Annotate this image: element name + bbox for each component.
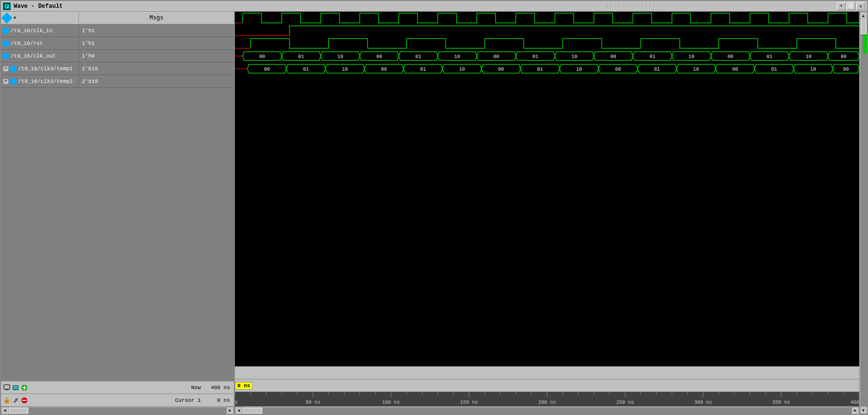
signal-row-temp1[interactable]: + /t9_16/clk3/temp1 2'b10: [1, 62, 234, 75]
add-icon[interactable]: [20, 384, 28, 392]
expand-temp2-button[interactable]: +: [3, 79, 9, 84]
signal-icon-temp1: [9, 64, 18, 73]
left-panel: ▼ Msgs /t9_16/clk_in 1'h1: [1, 12, 235, 414]
waveform-canvas: [235, 12, 859, 366]
cursor-icons: [1, 396, 30, 404]
svg-rect-12: [5, 400, 9, 403]
vscroll-down[interactable]: ▼: [860, 406, 868, 414]
now-value: 400 ns: [205, 385, 234, 391]
main-window: Wave - Default ::::::::::::: + ⬜ ✕ ▼ Msg…: [0, 0, 868, 415]
svg-rect-3: [5, 5, 8, 6]
monitor-icon: [3, 384, 11, 392]
cursor-value: 0 ns: [205, 397, 234, 403]
signal-row-temp2[interactable]: + /t9_16/clk3/temp2 2'b10: [1, 75, 234, 88]
left-scroll-right[interactable]: ▶: [226, 407, 234, 415]
right-scroll-thumb[interactable]: [243, 408, 262, 414]
left-scroll-left[interactable]: ◀: [1, 407, 9, 415]
signal-name-cell-temp1: + /t9_16/clk3/temp1: [1, 62, 79, 75]
right-scroll-left[interactable]: ◀: [235, 407, 243, 415]
signal-row-clk-in[interactable]: /t9_16/clk_in 1'h1: [1, 24, 234, 37]
timeline-canvas: [235, 392, 859, 406]
close-button[interactable]: ✕: [856, 2, 865, 10]
signal-name-cell-clk-in: /t9_16/clk_in: [1, 24, 79, 37]
right-scroll-track[interactable]: [243, 407, 851, 414]
svg-rect-4: [4, 385, 10, 389]
signal-icon-temp2: [9, 77, 18, 85]
left-hscroll: ◀ ▶: [1, 406, 234, 414]
window-title: Wave - Default: [14, 3, 425, 10]
signal-name-cell-temp2: + /t9_16/clk3/temp2: [1, 75, 79, 87]
lock-icon: [3, 396, 11, 404]
green-indicator: [863, 34, 867, 54]
signal-value-temp2: 2'b10: [79, 75, 234, 87]
window-icon: [3, 2, 11, 10]
vscroll-track[interactable]: [860, 20, 867, 406]
vscroll-up[interactable]: ▲: [860, 12, 868, 20]
signal-row-rst[interactable]: /t9_16/rst 1'h1: [1, 37, 234, 50]
minimize-button[interactable]: +: [837, 2, 846, 10]
dropdown-arrow-icon[interactable]: ▼: [14, 16, 16, 20]
cursor-time-badge: 0 ns: [235, 382, 252, 390]
status-bar-left: Now 400 ns: [1, 381, 234, 394]
vscroll-thumb[interactable]: [861, 20, 867, 34]
diamond-icon: [1, 12, 13, 23]
cursor-label: Cursor 1: [30, 397, 205, 403]
msgs-header: Msgs: [79, 15, 234, 21]
window-controls: + ⬜ ✕: [837, 2, 865, 10]
signal-name-clk-in: /t9_16/clk_in: [11, 28, 53, 34]
signal-row-clk-out[interactable]: /t9_16/clk_out 1'h0: [1, 50, 234, 62]
now-label: Now: [30, 385, 205, 391]
expand-temp1-button[interactable]: +: [3, 66, 9, 72]
signal-name-temp2: /t9_16/clk3/temp2: [18, 79, 73, 84]
timeline: [235, 392, 859, 406]
left-scroll-track[interactable]: [9, 407, 226, 414]
right-status-now: [235, 366, 859, 379]
wrench-icon: [12, 396, 19, 404]
signal-value-rst: 1'h1: [79, 37, 234, 49]
signal-value-temp1: 2'b10: [79, 62, 234, 75]
signal-list: /t9_16/clk_in 1'h1 /t9_16/rst 1'h1: [1, 24, 234, 381]
title-bar: Wave - Default ::::::::::::: + ⬜ ✕: [1, 1, 867, 12]
vertical-scrollbar: ▲ ▼: [859, 12, 867, 414]
signal-name-cell-clk-out: /t9_16/clk_out: [1, 50, 79, 62]
signal-header-icon: ▼: [1, 13, 79, 23]
status-icons: [1, 384, 30, 392]
left-scroll-thumb[interactable]: [9, 408, 28, 414]
title-grip: :::::::::::::: [425, 3, 837, 9]
signal-name-cell-rst: /t9_16/rst: [1, 37, 79, 49]
signal-icon-clk-out: [2, 52, 10, 60]
signal-name-clk-out: /t9_16/clk_out: [11, 53, 56, 59]
signal-icon-clk-in: [2, 26, 10, 35]
svg-rect-5: [5, 389, 8, 390]
main-area: ▼ Msgs /t9_16/clk_in 1'h1: [1, 12, 867, 414]
status-bar-cursor: Cursor 1 0 ns: [1, 394, 234, 406]
signal-name-rst: /t9_16/rst: [11, 40, 43, 46]
right-status-cursor: 0 ns: [235, 379, 859, 392]
list-icon: [12, 384, 19, 392]
empty-signal-area: [1, 88, 234, 283]
waveform-display[interactable]: [235, 12, 859, 366]
wave-area: 0 ns ◀ ▶: [235, 12, 867, 414]
delete-icon[interactable]: [20, 396, 28, 404]
maximize-button[interactable]: ⬜: [847, 2, 855, 10]
signal-name-temp1: /t9_16/clk3/temp1: [18, 66, 73, 72]
right-scroll-right[interactable]: ▶: [851, 407, 859, 415]
right-hscroll: ◀ ▶: [235, 406, 859, 414]
signal-icon-rst: [2, 39, 10, 47]
right-status-area: 0 ns ◀ ▶: [235, 366, 859, 414]
svg-rect-6: [13, 385, 19, 390]
signal-value-clk-in: 1'h1: [79, 24, 234, 37]
left-header: ▼ Msgs: [1, 12, 234, 24]
signal-value-clk-out: 1'h0: [79, 50, 234, 62]
